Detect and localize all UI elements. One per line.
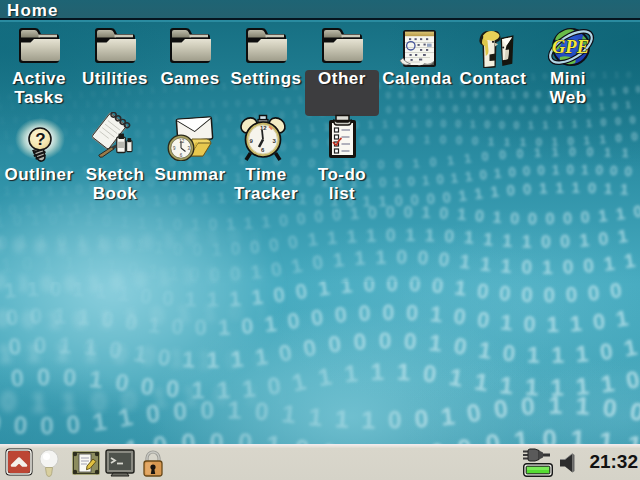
svg-text:GPE: GPE <box>552 37 589 57</box>
svg-text:12: 12 <box>179 139 185 144</box>
svg-text:12: 12 <box>260 125 267 131</box>
svg-text:?: ? <box>35 130 45 149</box>
